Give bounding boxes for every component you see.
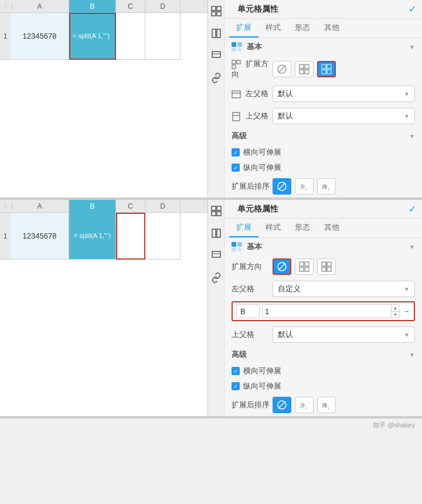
custom-arrow-icon-2[interactable]: → xyxy=(402,307,410,316)
props-panel-2: 单元格属性 ✓ 扩展 样式 形态 xyxy=(208,200,422,416)
side-icon-expand-2[interactable] xyxy=(210,205,223,217)
tab-other-1[interactable]: 其他 xyxy=(317,19,346,38)
cell-c1-2[interactable] xyxy=(116,213,145,260)
tab-shape-1[interactable]: 形态 xyxy=(288,19,317,38)
sort-btn-desc-2[interactable]: 降 ↓ xyxy=(317,397,336,413)
side-icon-link-2[interactable] xyxy=(210,271,223,284)
svg-rect-53 xyxy=(305,267,309,271)
top-parent-label-1: 上父格 xyxy=(232,111,273,121)
checkbox-vertical-2[interactable]: ✓ xyxy=(232,382,240,390)
spinner-up-2[interactable]: ▲ xyxy=(392,305,399,312)
section-arrow-basic-2: ▼ xyxy=(409,244,415,250)
dropdown-arrow-1: ▼ xyxy=(404,91,410,97)
col-header-b-1: B xyxy=(69,0,116,13)
left-parent-dropdown-2[interactable]: 自定义 ▼ xyxy=(273,281,415,297)
cell-d1-2[interactable] xyxy=(145,213,181,260)
svg-rect-1 xyxy=(217,6,221,11)
dir-btn-horizontal-2[interactable] xyxy=(295,258,314,275)
dir-btn-horizontal-1[interactable] xyxy=(295,61,314,77)
tab-style-2[interactable]: 样式 xyxy=(258,219,288,237)
checkbox-vertical-row-2: ✓ 纵向可伸展 xyxy=(224,379,422,394)
side-icon-shape-1[interactable] xyxy=(210,49,223,62)
sort-btn-asc-1[interactable]: 升 ↓ xyxy=(295,178,314,195)
section-basic-1[interactable]: 基本 ▼ xyxy=(224,38,422,56)
tab-expand-1[interactable]: 扩展 xyxy=(229,19,258,38)
expand-direction-row-1: 扩展方向 xyxy=(224,56,422,83)
checkbox-vertical-1[interactable]: ✓ xyxy=(232,164,240,172)
props-check-1[interactable]: ✓ xyxy=(409,4,416,15)
cell-c1-1[interactable] xyxy=(116,13,145,60)
left-parent-label-2: 左父格 xyxy=(232,284,273,294)
spreadsheet-1: ⋮⋮⋮ A B C D 1 xyxy=(0,0,208,197)
dir-btn-none-1[interactable] xyxy=(273,61,291,77)
section-advanced-1[interactable]: 高级 ▼ xyxy=(224,127,422,145)
dir-btn-vertical-2[interactable] xyxy=(317,258,336,275)
tab-style-1[interactable]: 样式 xyxy=(258,19,288,38)
dir-btn-none-2[interactable] xyxy=(273,258,291,275)
side-icon-style-2[interactable] xyxy=(210,227,223,240)
sort-label-2: 扩展后排序 xyxy=(232,400,273,410)
expand-direction-row-2: 扩展方向 xyxy=(224,256,422,278)
section-arrow-adv-2: ▼ xyxy=(409,352,415,358)
checkbox-horizontal-2[interactable]: ✓ xyxy=(232,367,240,375)
expand-dir-label-1: 扩展方向 xyxy=(232,59,273,80)
svg-line-49 xyxy=(278,263,285,270)
sort-btn-desc-1[interactable]: 降 ↓ xyxy=(317,178,336,195)
tab-other-2[interactable]: 其他 xyxy=(317,219,346,237)
checkbox-horizontal-1[interactable]: ✓ xyxy=(232,148,240,156)
cell-b1-1[interactable]: = split(A 1,"") xyxy=(69,13,116,60)
sort-btn-none-1[interactable] xyxy=(273,178,291,195)
svg-rect-38 xyxy=(212,212,216,216)
cell-b1-2[interactable]: = split(A 1,"") xyxy=(69,213,116,260)
col-header-c-1: C xyxy=(116,0,145,13)
props-panel-1: 单元格属性 ✓ 扩展 样式 形态 xyxy=(208,0,422,197)
svg-rect-36 xyxy=(212,206,216,210)
svg-rect-21 xyxy=(322,64,326,69)
svg-rect-40 xyxy=(212,229,216,237)
props-check-2[interactable]: ✓ xyxy=(409,203,416,214)
cell-d1-1[interactable] xyxy=(145,13,181,60)
svg-rect-9 xyxy=(237,42,242,47)
row-spinner-2[interactable]: ▲ ▼ xyxy=(391,305,399,318)
section-basic-2[interactable]: 基本 ▼ xyxy=(224,238,422,256)
tab-expand-2[interactable]: 扩展 xyxy=(229,219,258,237)
checkbox-horizontal-row-2: ✓ 横向可伸展 xyxy=(224,363,422,379)
dir-btn-vertical-1[interactable] xyxy=(317,61,336,77)
cell-a1-1[interactable]: 12345678 xyxy=(11,13,69,60)
svg-rect-20 xyxy=(305,70,309,74)
svg-rect-56 xyxy=(322,267,326,271)
side-icon-shape-2[interactable] xyxy=(210,249,223,262)
sort-controls-1: 升 ↓ 降 ↓ xyxy=(273,178,415,195)
side-icon-expand-1[interactable] xyxy=(210,5,223,18)
svg-line-31 xyxy=(278,183,285,190)
svg-rect-54 xyxy=(322,262,326,266)
side-icon-style-1[interactable] xyxy=(210,27,223,40)
props-title-2: 单元格属性 xyxy=(237,204,409,214)
props-tabs-1: 扩展 样式 形态 其他 xyxy=(224,19,422,38)
top-parent-dropdown-1[interactable]: 默认 ▼ xyxy=(273,108,415,124)
spinner-down-2[interactable]: ▼ xyxy=(392,312,399,318)
sheet-body-1: 1 12345678 = split(A 1,"") xyxy=(0,13,207,60)
sort-row-1: 扩展后排序 升 ↓ xyxy=(224,175,422,197)
top-parent-dropdown-2[interactable]: 默认 ▼ xyxy=(273,326,415,343)
svg-rect-44 xyxy=(232,242,236,247)
svg-rect-5 xyxy=(217,29,220,38)
sort-btn-asc-2[interactable]: 升 ↓ xyxy=(295,397,314,413)
row-num-1: 1 xyxy=(0,13,11,60)
section-advanced-2[interactable]: 高级 ▼ xyxy=(224,346,422,363)
left-parent-dropdown-1[interactable]: 默认 ▼ xyxy=(273,86,415,102)
header-dots-1: ⋮⋮⋮ xyxy=(0,2,11,10)
svg-rect-50 xyxy=(300,262,304,266)
cell-a1-2[interactable]: 12345678 xyxy=(11,213,69,260)
panel-row-2: ⋮⋮⋮ A B C D 1 12345678 = split(A 1,"") xyxy=(0,200,422,418)
col-header-a-1: A xyxy=(11,0,69,13)
sort-btn-none-2[interactable] xyxy=(273,397,291,413)
left-input-col-2[interactable]: B xyxy=(236,304,260,318)
svg-rect-57 xyxy=(327,267,331,271)
checkbox-horizontal-row-1: ✓ 横向可伸展 xyxy=(224,145,422,160)
svg-rect-22 xyxy=(327,64,331,69)
sort-controls-2: 升 ↓ 降 ↓ xyxy=(273,397,415,413)
tab-shape-2[interactable]: 形态 xyxy=(288,219,317,237)
svg-rect-42 xyxy=(212,251,220,257)
side-icon-link-1[interactable] xyxy=(210,71,223,84)
